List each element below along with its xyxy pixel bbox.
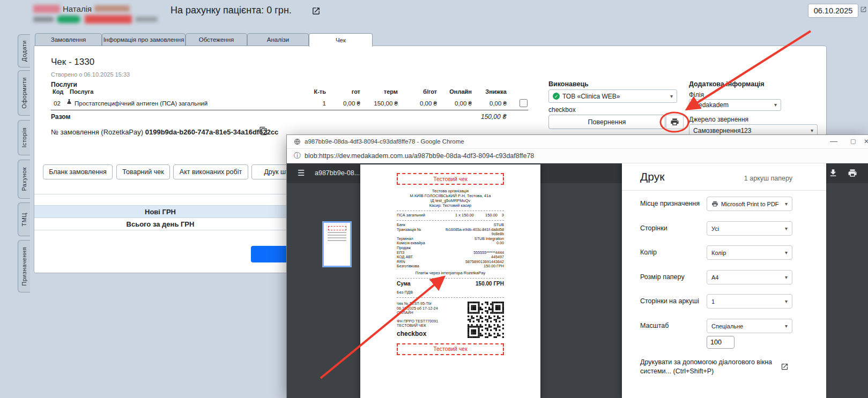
branch-value: medakadem [693,101,729,109]
receipt-content: Тестовий чек Тестова організація М.КИЇВ … [397,173,504,355]
col-qty: К-ть [294,88,326,95]
address-bar[interactable]: ⓘ blob:https://dev.medakadem.com.ua/a987… [287,149,868,163]
date-popup-icon[interactable] [860,6,867,13]
screen: Наталія На рахунку пацієнта: 0 грн. 06.1… [0,0,868,398]
table-divider [51,110,528,110]
chevron-down-icon: ▾ [774,102,777,108]
order-blank-button[interactable]: Бланк замовлення [43,164,113,179]
pages-per-sheet-select[interactable]: 1 ▾ [707,294,792,309]
chevron-down-icon: ▾ [785,226,788,231]
sidebar-item-tmc[interactable]: ТМЦ [18,202,30,236]
service-cash: 0,00 ₴ [328,100,360,107]
service-code: 02 [54,100,61,107]
date-value: 06.10.2025 [814,6,853,15]
chevron-down-icon: ▾ [785,299,788,304]
check-circle-icon: ✓ [553,93,560,100]
hamburger-menu-icon[interactable]: ☰ [298,168,305,178]
qr-code [468,302,504,338]
col-cash: гот [328,88,360,95]
tab-zamovlennya[interactable]: Замовлення [35,33,102,46]
checkbox-logo: checkbox [397,332,464,336]
scale-select[interactable]: Спеціальне ▾ [707,319,792,333]
color-select[interactable]: Колір ▾ [707,245,792,260]
sheets-count: 1 аркуш паперу [744,175,792,182]
sum-value: 150.00 ГРН [476,281,504,287]
favicon-globe-icon [294,138,301,145]
patient-name: Наталія [63,4,92,13]
maximize-icon[interactable]: ▢ [850,138,856,145]
tab-chek[interactable]: Чек [309,33,373,47]
total-value: 150,00 ₴ [453,113,507,121]
sidebar-item-dodaty[interactable]: Додати [18,34,30,67]
window-title: a987bb9e-08da-4df3-8094-c93daf8ffe78 - G… [305,138,464,145]
order-number-label: № замовлення (RozetkaPay) [51,128,143,136]
org-address: М.КИЇВ ГОЛОСІЇВСЬКИЙ Р-Н, Тестова, 41а [397,193,504,198]
sidebar-item-pryznachennya[interactable]: Призначення [18,240,30,292]
url-text: blob:https://dev.medakadem.com.ua/a987bb… [305,152,534,160]
close-icon[interactable]: ✕ [864,138,868,145]
chevron-down-icon: ▾ [785,324,788,329]
sidebar-item-istoriya[interactable]: Історія [18,120,30,155]
system-dialog-link[interactable]: Друкувати за допомогою діалогового вікна… [640,358,774,376]
work-act-button[interactable]: Акт виконаних робіт [173,164,248,179]
pages-label: Сторінки [640,224,667,232]
check-title: Чек - 1330 [51,57,94,67]
org-id: ІД test_g5oMRPMuQv [397,198,504,203]
sidebar-item-oformyty[interactable]: Оформити [18,70,30,116]
download-icon[interactable] [828,168,838,178]
printer-icon [670,117,679,126]
vat-note: Без ПДВ [397,290,504,295]
open-system-dialog-icon[interactable] [781,363,789,371]
sum-label: Сума [397,281,410,287]
window-titlebar: a987bb9e-08da-4df3-8094-c93daf8ffe78 - G… [287,135,868,149]
tab-info-zamovlennya[interactable]: Інформація про замовлення [102,33,186,46]
pages-per-sheet-label: Сторінки на аркуші [640,297,699,305]
date-field[interactable]: 06.10.2025 [808,4,858,18]
order-number-line: № замовлення (RozetkaPay) 0199b9da-b260-… [51,128,278,136]
extra-info-label: Додаткова інформація [689,80,765,88]
receipt-separator [397,278,504,279]
patient-balance-title: На рахунку пацієнта: 0 грн. [170,5,292,16]
executor-select[interactable]: ✓ ТОВ «Clinica WEB» ▾ [548,89,677,103]
check-online: ОНЛАЙН [397,311,464,316]
goods-check-button[interactable]: Товарний чек [116,164,170,179]
col-term: терм [365,88,398,95]
print-settings-panel: Друк 1 аркуш паперу Місце призначення Mi… [622,163,826,398]
executor-label: Виконавець [548,80,589,88]
tab-obstezhennya[interactable]: Обстеження [186,33,247,46]
org-cashier: Касир: Тестовий касир [397,203,504,208]
destination-select[interactable]: Microsoft Print to PDF ▾ [707,197,792,211]
copy-icon[interactable] [259,126,268,136]
redacted-green-badge [57,16,80,23]
col-cashless: б/гот [404,88,437,95]
col-service: Послуга [70,88,93,95]
chevron-down-icon: ▾ [785,275,788,280]
redacted-text [33,17,54,22]
col-online: Онлайн [439,88,472,95]
redacted-surname [33,5,60,13]
total-label: Разом [51,113,70,121]
printer-icon [711,200,718,207]
paper-size-select[interactable]: A4 ▾ [707,270,792,284]
destination-label: Місце призначення [640,200,700,207]
fiscal-test-label: ТЕСТОВИЙ ЧЕК [397,324,464,328]
toolbar-print-icon[interactable] [848,168,857,178]
minimize-icon[interactable]: — [830,137,837,145]
scale-input[interactable] [707,336,735,349]
item-qty: 1 х 150.00 [441,213,474,217]
tab-analizy[interactable]: Аналізи [247,33,309,46]
open-account-icon[interactable] [311,6,321,16]
service-discount: 0,00 ₴ [473,100,507,107]
branch-select[interactable]: medakadem ▾ [689,99,781,111]
sidebar-item-rakhunok[interactable]: Рахунок [18,160,30,199]
pdf-thumbnail[interactable] [322,221,352,267]
print-check-button[interactable] [666,115,684,129]
pages-select[interactable]: Усі ▾ [707,221,792,236]
info-icon[interactable]: ⓘ [294,151,301,161]
redacted-patient-info [94,5,130,12]
color-label: Колір [640,249,657,256]
service-cashless: 0,00 ₴ [404,100,437,107]
chrome-print-window: a987bb9e-08da-4df3-8094-c93daf8ffe78 - G… [287,135,868,398]
service-row-checkbox[interactable] [520,99,528,107]
return-button[interactable]: Повернення [548,115,665,129]
